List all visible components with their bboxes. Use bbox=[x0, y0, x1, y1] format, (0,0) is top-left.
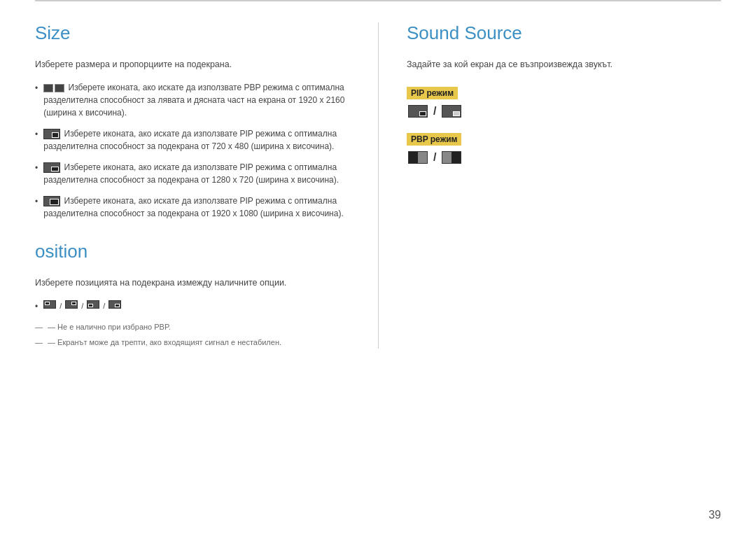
pos-icon-br bbox=[108, 300, 121, 309]
size-section-title: Size bbox=[35, 22, 350, 44]
size-bullet-list: • Изберете иконата, ако искате да използ… bbox=[35, 81, 350, 220]
pbp-half-light bbox=[418, 152, 427, 163]
pbp-half-light2 bbox=[442, 152, 451, 163]
pos-divider-1: / bbox=[59, 300, 62, 312]
pip-sub-inset-icon bbox=[453, 111, 460, 116]
right-column: Sound Source Задайте за кой екран да се … bbox=[378, 22, 721, 349]
pip-slash: / bbox=[433, 105, 436, 118]
pip-mode-block: PIP режим / bbox=[407, 87, 721, 118]
note-1-dash: — bbox=[35, 323, 43, 331]
pbp-mode-icons: / bbox=[408, 151, 721, 164]
bullet-1-content: Изберете иконата, ако искате да използва… bbox=[43, 81, 350, 119]
pip-inset-icon bbox=[419, 111, 426, 116]
sound-source-title: Sound Source bbox=[407, 22, 721, 44]
size-bullet-4: • Изберете иконата, ако искате да използ… bbox=[35, 195, 350, 220]
note-1: — — Не е налично при избрано PBP. bbox=[35, 321, 350, 333]
pos-icon-tr bbox=[65, 300, 78, 309]
note-2-dash: — bbox=[35, 338, 43, 346]
pip-main-screen-icon bbox=[408, 105, 428, 118]
pbp-half-dark bbox=[409, 152, 418, 163]
mini-br bbox=[115, 304, 120, 307]
note-2: — — Екранът може да трепти, ако входящия… bbox=[35, 337, 350, 349]
pos-divider-2: / bbox=[81, 300, 83, 312]
osition-intro: Изберете позицията на подекрана измежду … bbox=[35, 276, 350, 290]
size-bullet-2: • Изберете иконата, ако искате да използ… bbox=[35, 127, 350, 153]
bullet-dot-1: • bbox=[35, 82, 38, 94]
osition-section: osition Изберете позицията на подекрана … bbox=[35, 241, 350, 349]
pbp-mode-block: PBP режим / bbox=[407, 133, 721, 164]
pip-mode-label-wrapper: PIP режим bbox=[407, 87, 721, 105]
bullet-dot-3: • bbox=[35, 162, 38, 174]
pbp-slash: / bbox=[433, 151, 436, 164]
pos-divider-3: / bbox=[103, 300, 105, 312]
pbp-right-active-icon bbox=[442, 151, 461, 164]
bullet-4-text: Изберете иконата, ако искате да използва… bbox=[43, 196, 344, 218]
size-bullet-3: • Изберете иконата, ако искате да използ… bbox=[35, 161, 350, 186]
pbp-mode-label-wrapper: PBP режим bbox=[407, 133, 721, 151]
bullet-2-content: Изберете иконата, ако искате да използва… bbox=[43, 127, 350, 153]
pbp-mode-label: PBP режим bbox=[407, 133, 461, 146]
pbp-full-icon bbox=[43, 84, 64, 92]
pos-icon-tl bbox=[43, 300, 56, 309]
pip-mode-label: PIP режим bbox=[407, 87, 458, 99]
page-number: 39 bbox=[708, 509, 721, 521]
pip-mode-icons: / bbox=[408, 105, 721, 118]
note-1-text: — Не е налично при избрано PBP. bbox=[48, 323, 171, 331]
mini-tr bbox=[71, 302, 76, 305]
osition-section-title: osition bbox=[35, 241, 350, 262]
bullet-dot-4: • bbox=[35, 195, 38, 208]
position-bullet-list: • / / bbox=[35, 300, 350, 313]
page-container: Size Изберете размера и пропорциите на п… bbox=[0, 0, 756, 534]
pos-icon-bl bbox=[87, 300, 99, 309]
left-column: Size Изберете размера и пропорциите на п… bbox=[35, 22, 378, 349]
bullet-dot-2: • bbox=[35, 128, 38, 141]
size-section-intro: Изберете размера и пропорциите на подекр… bbox=[35, 58, 350, 71]
position-bullet-1: • / / bbox=[35, 300, 350, 313]
mini-bl bbox=[88, 304, 93, 307]
pip-sub-screen-icon bbox=[442, 105, 461, 118]
pbp-left-active-icon bbox=[408, 151, 428, 164]
size-bullet-1: • Изберете иконата, ако искате да използ… bbox=[35, 81, 350, 119]
pos-bullet-dot: • bbox=[35, 300, 38, 313]
bullet-3-text: Изберете иконата, ако искате да използва… bbox=[43, 162, 339, 185]
bullet-4-content: Изберете иконата, ако искате да използва… bbox=[43, 195, 350, 220]
sound-source-intro: Задайте за кой екран да се възпроизвежда… bbox=[407, 58, 721, 71]
position-icons: / / / bbox=[43, 300, 121, 312]
content-area: Size Изберете размера и пропорциите на п… bbox=[35, 1, 721, 349]
pbp-right-half bbox=[55, 84, 64, 92]
bullet-3-content: Изберете иконата, ако искате да използва… bbox=[43, 161, 350, 186]
bullet-2-text: Изберете иконата, ако искате да използва… bbox=[43, 129, 337, 151]
pos-icons-wrapper: / / / bbox=[43, 300, 121, 312]
mini-tl bbox=[45, 302, 50, 305]
note-2-text: — Екранът може да трепти, ако входящият … bbox=[48, 338, 281, 346]
pip-large-icon bbox=[43, 196, 60, 206]
pip-small-icon bbox=[43, 129, 60, 139]
bullet-1-text: Изберете иконата, ако искате да използва… bbox=[43, 83, 344, 118]
pip-medium-icon bbox=[43, 162, 60, 173]
pbp-half-dark2 bbox=[451, 152, 461, 163]
pbp-left-half bbox=[43, 84, 53, 92]
